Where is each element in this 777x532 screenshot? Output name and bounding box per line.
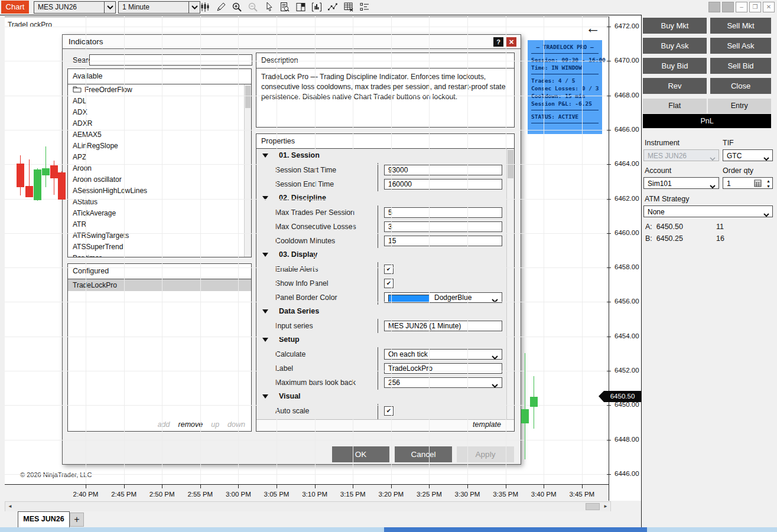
instrument-dropdown[interactable]: MES JUN26 bbox=[34, 1, 116, 14]
scroll-left-icon[interactable]: ◄ bbox=[6, 502, 14, 510]
interval-dropdown[interactable]: 1 Minute bbox=[118, 1, 200, 14]
available-item[interactable]: ADL bbox=[68, 96, 245, 107]
buy-ask-button[interactable]: Buy Ask bbox=[643, 38, 707, 54]
add-tab-button[interactable]: + bbox=[70, 513, 84, 527]
available-item[interactable]: ADX bbox=[68, 107, 245, 118]
ok-button[interactable]: OK bbox=[332, 446, 389, 462]
maximize-button[interactable]: ❐ bbox=[749, 2, 761, 12]
close-icon[interactable]: ✕ bbox=[506, 37, 516, 47]
quantity-value: 1 bbox=[727, 179, 731, 188]
template-link[interactable]: template bbox=[473, 420, 501, 429]
zoom-out-icon[interactable] bbox=[248, 2, 258, 12]
candlestick-chart-icon[interactable] bbox=[200, 2, 210, 12]
account-select[interactable]: Sim101 bbox=[643, 177, 719, 189]
property-input[interactable]: 160000 bbox=[384, 179, 502, 190]
available-item[interactable]: APZ bbox=[68, 152, 245, 163]
color-select[interactable]: DodgerBlue bbox=[384, 292, 502, 303]
property-input[interactable]: 93000 bbox=[384, 165, 502, 175]
price-axis[interactable] bbox=[609, 17, 641, 501]
sell-mkt-button[interactable]: Sell Mkt bbox=[710, 18, 771, 34]
collapse-triangle-icon[interactable] bbox=[262, 309, 268, 314]
available-item[interactable]: ADXR bbox=[68, 118, 245, 129]
checkbox-checked[interactable]: ✔ bbox=[384, 279, 394, 288]
collapse-triangle-icon[interactable] bbox=[262, 154, 268, 158]
scroll-right-icon[interactable]: ► bbox=[602, 502, 610, 510]
blank-2-button[interactable] bbox=[722, 2, 734, 12]
collapse-triangle-icon[interactable] bbox=[262, 394, 268, 399]
property-label: Session End Time bbox=[275, 180, 334, 188]
available-item[interactable]: AEMAX5 bbox=[68, 129, 245, 141]
ask-price: 6450.50 bbox=[656, 223, 683, 231]
available-item[interactable]: ASessionHighLowLines bbox=[68, 185, 245, 197]
time-gridline bbox=[429, 17, 430, 484]
stepper-arrows-icon[interactable]: ▲▼ bbox=[766, 178, 771, 189]
collapse-triangle-icon[interactable] bbox=[262, 196, 268, 200]
blank-1-button[interactable] bbox=[708, 2, 720, 12]
available-item[interactable]: ATickAverage bbox=[68, 208, 245, 219]
property-input[interactable]: 5 bbox=[384, 207, 502, 218]
properties-scrollbar[interactable] bbox=[506, 149, 514, 420]
cursor-icon[interactable] bbox=[264, 2, 274, 12]
sell-bid-button[interactable]: Sell Bid bbox=[710, 58, 771, 74]
chevron-down-icon bbox=[763, 154, 769, 162]
flat-button[interactable]: Flat bbox=[643, 99, 708, 113]
calculator-icon[interactable] bbox=[754, 179, 762, 189]
buy-bid-button[interactable]: Buy Bid bbox=[643, 58, 707, 74]
collapse-triangle-icon[interactable] bbox=[262, 253, 268, 257]
scrollbar-thumb[interactable] bbox=[245, 86, 251, 108]
available-item[interactable]: ALinRegSlope bbox=[68, 141, 245, 152]
scrollbar-thumb[interactable] bbox=[586, 503, 600, 510]
tif-select[interactable]: GTC bbox=[723, 149, 773, 161]
close-button[interactable]: ✕ bbox=[763, 2, 775, 12]
horizontal-scrollbar[interactable]: ◄ ► bbox=[5, 501, 611, 512]
close-button[interactable]: Close bbox=[710, 78, 771, 94]
buy-mkt-button[interactable]: Buy Mkt bbox=[643, 18, 707, 34]
property-select[interactable]: On each tick bbox=[384, 349, 502, 360]
zoom-in-icon[interactable] bbox=[232, 2, 242, 12]
candle bbox=[521, 409, 529, 423]
atm-strategy-select[interactable]: None bbox=[643, 205, 773, 217]
chart-trader-panel-icon[interactable] bbox=[295, 2, 306, 12]
help-button[interactable]: ? bbox=[493, 37, 503, 47]
indicator-list-icon[interactable] bbox=[359, 2, 370, 12]
entry-button[interactable]: Entry bbox=[708, 99, 772, 113]
available-item[interactable]: Bar timer bbox=[68, 253, 245, 257]
cancel-button[interactable]: Cancel bbox=[395, 446, 452, 462]
property-value-cell: 15 bbox=[378, 234, 502, 248]
draw-tool-icon[interactable] bbox=[216, 2, 226, 12]
available-scrollbar[interactable] bbox=[244, 84, 251, 257]
dialog-titlebar[interactable]: Indicators ? ✕ bbox=[63, 35, 521, 49]
available-item[interactable]: ATR bbox=[68, 219, 245, 230]
tab-mes-jun26[interactable]: MES JUN26 bbox=[18, 511, 70, 528]
sell-ask-button[interactable]: Sell Ask bbox=[710, 38, 771, 54]
chart-window-button[interactable]: Chart bbox=[1, 1, 29, 14]
bar-type-icon[interactable] bbox=[311, 2, 322, 12]
checkbox-checked[interactable]: ✔ bbox=[384, 406, 394, 416]
data-grid-icon[interactable] bbox=[343, 2, 354, 12]
time-gridline bbox=[544, 17, 544, 484]
property-input[interactable]: 15 bbox=[384, 236, 502, 246]
available-item[interactable]: FreeOrderFlow bbox=[68, 84, 245, 96]
indicators-dialog: Indicators ? ✕ Search Available FreeOrde… bbox=[62, 34, 521, 465]
minimize-button[interactable]: – bbox=[736, 2, 747, 12]
property-input[interactable]: 3 bbox=[384, 221, 502, 232]
property-input[interactable]: TradeLockPro bbox=[384, 363, 502, 374]
quantity-stepper[interactable]: 1 ▲▼ bbox=[723, 177, 773, 189]
group-label: Visual bbox=[279, 392, 301, 400]
property-select[interactable]: 256 bbox=[384, 377, 502, 388]
checkbox-checked[interactable]: ✔ bbox=[384, 265, 394, 274]
configured-item-selected[interactable]: TradeLockPro bbox=[68, 279, 251, 291]
available-header: Available bbox=[68, 69, 251, 84]
available-item[interactable]: ATSSuperTrend bbox=[68, 241, 245, 253]
collapse-triangle-icon[interactable] bbox=[262, 338, 268, 342]
line-tool-icon[interactable] bbox=[327, 2, 338, 12]
search-input[interactable] bbox=[89, 54, 252, 66]
available-item[interactable]: Aroon oscillator bbox=[68, 174, 245, 185]
property-input[interactable]: MES JUN26 (1 Minute) bbox=[384, 321, 502, 331]
available-item[interactable]: ATRSwingTargets bbox=[68, 230, 245, 241]
time-gridline bbox=[506, 17, 506, 484]
remove-link[interactable]: remove bbox=[178, 420, 203, 429]
back-arrow-icon[interactable]: ← bbox=[586, 19, 600, 37]
chart-properties-icon[interactable] bbox=[279, 2, 290, 12]
rev-button[interactable]: Rev bbox=[643, 78, 707, 94]
